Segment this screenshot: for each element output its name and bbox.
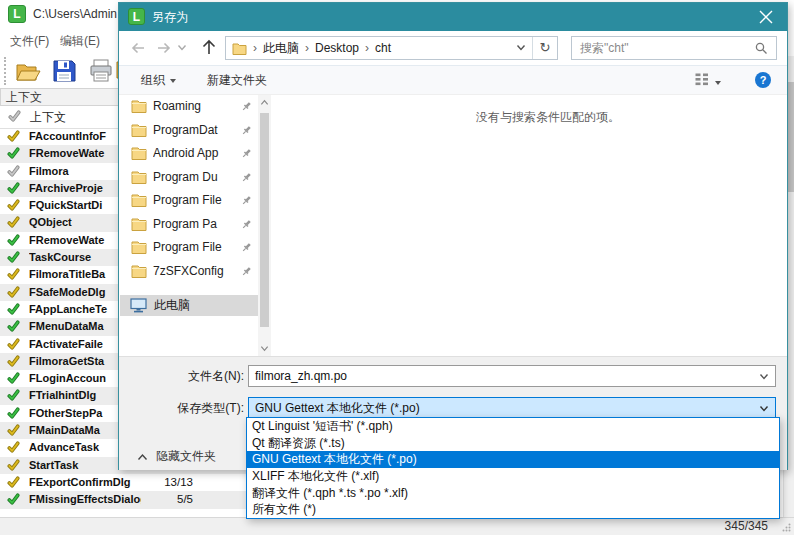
hide-folders-button[interactable]: 隐藏文件夹 [137,447,216,465]
app-logo-icon: L [8,5,26,23]
filename-dropdown-chevron-icon[interactable] [759,373,769,381]
this-pc-label[interactable]: 此电脑 [154,295,190,316]
context-list-item[interactable]: FExportConfirmDlg 13/13 [0,474,246,491]
tree-folder-label[interactable]: Program Pa [153,213,231,237]
save-icon[interactable] [51,58,81,88]
breadcrumb-label[interactable]: Desktop [315,41,359,55]
check-icon [7,199,20,212]
search-input[interactable]: 搜索"cht" [571,36,777,60]
empty-search-message: 没有与搜索条件匹配的项。 [311,109,785,126]
breadcrumb-label[interactable]: cht [375,41,391,55]
app-menubar: 文件(F) 编辑(E) [0,28,118,54]
new-folder-button[interactable]: 新建文件夹 [207,66,267,94]
folder-icon [131,146,147,160]
breadcrumb-separator-icon: › [365,41,369,55]
search-icon[interactable] [755,42,768,55]
pin-icon[interactable] [241,195,252,206]
scroll-up-icon[interactable] [260,98,269,107]
check-icon [7,234,20,247]
view-details-icon [695,73,710,86]
dialog-titlebar[interactable]: L 另存为 [119,3,787,31]
tree-folder-item[interactable]: Android App [119,142,258,166]
dialog-nav-bar: › 此电脑 › Desktop › cht [119,31,787,65]
help-icon[interactable]: ? [755,72,771,88]
filetype-option[interactable]: 所有文件 (*) [247,501,779,518]
breadcrumb-item[interactable]: › Desktop [299,41,359,55]
tree-folder-item[interactable]: Program Pa [119,213,258,237]
open-file-icon[interactable] [12,56,42,86]
filetype-option[interactable]: XLIFF 本地化文件 (*.xlf) [247,468,779,485]
tree-folder-label[interactable]: Program File [153,189,231,213]
tree-folder-item[interactable]: ProgramDat [119,119,258,143]
check-icon [7,389,20,402]
tree-folder-label[interactable]: 7zSFXConfig [153,260,231,284]
context-list-item[interactable]: FMissingEffectsDialog 5/5 [0,491,246,508]
context-item-label: FExportConfirmDlg [29,474,141,491]
address-dropdown-chevron-icon[interactable] [516,44,526,52]
menu-file[interactable]: 文件(F) [10,28,49,54]
tree-folder-label[interactable]: Program File [153,236,231,260]
tree-folder-item[interactable]: Program File [119,189,258,213]
tree-scrollbar[interactable] [258,95,271,356]
filename-input[interactable]: filmora_zh.qm.po [248,365,776,387]
check-icon [7,286,20,299]
pin-icon[interactable] [241,148,252,159]
up-icon[interactable] [199,37,219,57]
folder-icon [131,193,147,207]
breadcrumb-item[interactable]: › cht [359,41,391,55]
filetype-dropdown-chevron-icon[interactable] [759,405,769,413]
organize-label: 组织 [141,73,165,87]
refresh-icon[interactable]: ↻ [532,37,557,59]
pin-icon[interactable] [241,101,252,112]
search-value: 搜索"cht" [580,41,629,55]
pin-icon[interactable] [241,242,252,253]
pin-icon[interactable] [241,219,252,230]
filetype-option[interactable]: Qt 翻译资源 (*.ts) [247,435,779,452]
organize-dropdown-icon [170,79,176,83]
tree-folder-item[interactable]: Program File [119,236,258,260]
filetype-value: GNU Gettext 本地化文件 (*.po) [255,401,420,415]
app-toolbar [0,54,118,88]
change-view-button[interactable] [695,73,721,89]
check-icon [7,407,20,420]
tree-this-pc-item[interactable]: 此电脑 [120,295,258,316]
hide-folders-label: 隐藏文件夹 [156,449,216,463]
filetype-option[interactable]: Qt Linguist '短语书' (*.qph) [247,418,779,435]
address-bar[interactable]: › 此电脑 › Desktop › cht [225,36,558,60]
folder-icon [131,123,147,137]
filetype-option[interactable]: GNU Gettext 本地化文件 (*.po) [247,451,779,468]
dialog-logo-icon: L [128,8,145,25]
tree-folder-label[interactable]: ProgramDat [153,119,231,143]
tree-folder-label[interactable]: Program Du [153,166,231,190]
menu-edit[interactable]: 编辑(E) [60,28,100,54]
breadcrumb-item[interactable]: › 此电脑 [247,40,299,57]
check-icon [7,424,20,437]
folder-icon [131,99,147,113]
app-title: C:\Users\Admin [33,0,117,28]
tree-folder-item[interactable]: Program Du [119,166,258,190]
recent-locations-chevron-icon[interactable] [177,44,187,52]
tree-folder-label[interactable]: Roaming [153,95,231,119]
back-icon[interactable] [129,39,147,57]
tree-folder-item[interactable]: 7zSFXConfig [119,260,258,284]
tree-folder-item[interactable]: Roaming [119,95,258,119]
resize-grip-icon[interactable] [782,523,791,532]
filetype-option[interactable]: 翻译文件 (*.qph *.ts *.po *.xlf) [247,485,779,502]
breadcrumb-separator-icon: › [253,41,257,55]
print-icon[interactable] [86,56,116,86]
scrollbar-thumb[interactable] [260,113,269,327]
toolbar-grip[interactable] [4,57,6,85]
breadcrumb-label[interactable]: 此电脑 [263,40,299,57]
filetype-label: 保存类型(T): [119,397,244,419]
pin-icon[interactable] [241,172,252,183]
pin-icon[interactable] [241,266,252,277]
organize-button[interactable]: 组织 [141,66,176,94]
pin-icon[interactable] [241,125,252,136]
check-icon [7,355,20,368]
close-icon[interactable] [759,10,773,24]
check-icon [7,320,20,333]
filetype-combobox[interactable]: GNU Gettext 本地化文件 (*.po) [248,397,776,419]
forward-icon[interactable] [155,39,173,57]
tree-folder-label[interactable]: Android App [153,142,231,166]
scroll-down-icon[interactable] [260,344,269,353]
